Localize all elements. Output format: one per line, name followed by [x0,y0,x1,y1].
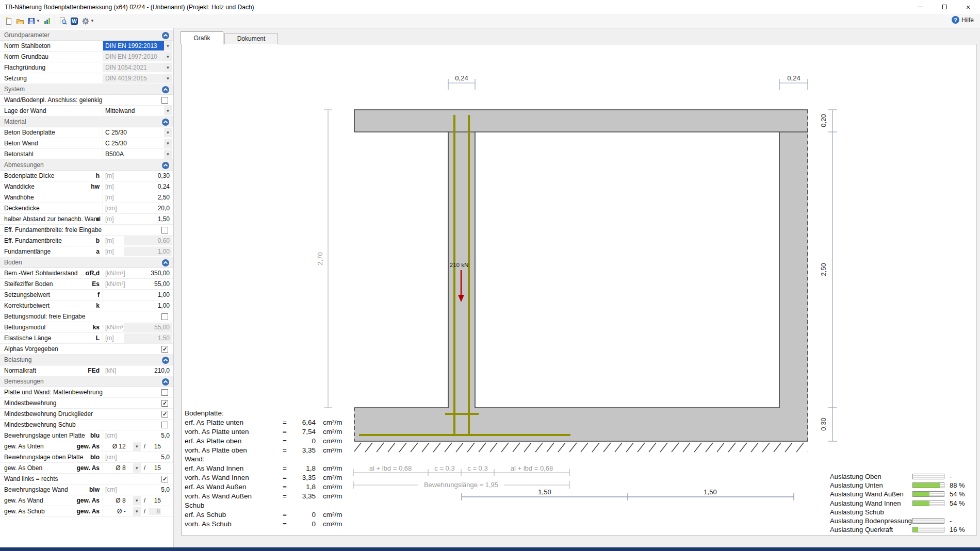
dropdown-caret[interactable]: ▼ [164,128,172,137]
section-header[interactable]: Grundparameter [0,30,173,41]
dropdown-caret[interactable]: ▼ [133,507,141,516]
dropdown-caret[interactable]: ▼ [164,41,172,51]
maximize-button[interactable] [933,0,956,14]
select-field[interactable]: C 25/30 [103,128,164,137]
graphics-canvas[interactable]: 210 kN 0,24 0,24 0,20 2,50 0,30 [182,44,976,536]
value-input[interactable]: 5,0 [124,431,172,440]
export-chart-button[interactable] [41,15,53,27]
select-field[interactable]: DIN EN 1997:2010 [103,52,164,61]
diameter-value[interactable]: Ø 8 [108,497,126,504]
checkbox[interactable] [161,389,168,396]
dropdown-caret[interactable]: ▼ [164,106,172,115]
collapse-icon[interactable] [162,86,169,93]
dropdown-caret[interactable]: ▼ [164,139,172,148]
open-file-button[interactable] [14,15,26,27]
tab-grafik[interactable]: Grafik [181,31,223,44]
spacing-value[interactable]: 8 [149,508,161,515]
collapse-icon[interactable] [162,259,169,266]
checkbox[interactable]: ✓ [161,346,168,353]
value-input[interactable]: 1,00 [124,247,172,256]
diameter-value[interactable]: Ø 12 [108,443,126,450]
value-input[interactable]: 55,00 [124,279,172,289]
structure-outlines [354,110,808,441]
new-document-button[interactable] [3,15,14,27]
dropdown-caret[interactable]: ▼ [164,63,172,72]
help-button[interactable]: ? Hilfe [952,16,974,24]
value-input[interactable]: 210,0 [124,366,172,375]
dropdown-caret[interactable]: ▼ [164,52,172,61]
value-input[interactable]: 1,50 [124,214,172,224]
unit-label: [m] [105,181,114,192]
save-button[interactable] [26,15,37,27]
section-header[interactable]: Belastung [0,355,173,365]
result-equals: = [283,464,294,472]
diameter-value[interactable]: Ø - [108,508,126,515]
collapse-icon[interactable] [162,119,169,126]
select-field[interactable]: DIN 4019:2015 [103,74,164,83]
param-row: Bodenplatte Dickeh[m]0,30 [0,171,173,181]
checkbox[interactable] [161,227,168,233]
value-input[interactable]: 1,50 [124,333,172,343]
diameter-value[interactable]: Ø 8 [108,464,126,472]
minimize-button[interactable] [909,0,933,14]
result-equals: = [283,492,294,500]
section-header[interactable]: Material [0,116,173,127]
param-label: gew. As Wand [4,495,43,506]
checkbox[interactable] [161,313,168,320]
result-value: 3,35 [294,474,316,481]
value-input[interactable]: 1,00 [124,290,172,299]
print-preview-button[interactable] [57,15,69,27]
value-input[interactable]: 0,24 [124,182,172,191]
value-input[interactable]: 0,60 [124,236,172,245]
dropdown-caret[interactable]: ▼ [164,74,172,83]
dropdown-caret[interactable]: ▼ [133,442,141,451]
utilization-row: Auslastung Wand Außen54 % [830,490,970,498]
select-field[interactable]: Mittelwand [103,106,164,115]
collapse-icon[interactable] [162,357,169,364]
section-header[interactable]: Bemessungen [0,376,173,387]
save-dropdown-caret[interactable]: ▼ [36,19,40,23]
collapse-icon[interactable] [162,378,169,386]
spacing-value[interactable]: 15 [149,497,161,504]
rebar-cell: Ø -▼/8 [103,506,173,516]
value-cell: DIN EN 1997:2010▼ [103,52,173,62]
result-line: Wand: [185,455,342,464]
dropdown-caret[interactable]: ▼ [133,496,141,505]
collapse-icon[interactable] [162,32,169,39]
checkbox[interactable]: ✓ [161,400,168,407]
collapse-icon[interactable] [162,162,169,169]
value-cell: 1,00 [103,300,173,311]
section-header[interactable]: System [0,84,173,95]
spacing-value[interactable]: 15 [149,464,161,472]
word-export-button[interactable]: W [69,15,80,27]
tab-bar: Grafik Dokument [181,31,278,44]
value-input[interactable]: 20,0 [124,204,172,213]
select-field[interactable]: C 25/30 [103,139,164,148]
section-header[interactable]: Boden [0,257,173,268]
settings-dropdown-caret[interactable]: ▼ [90,19,94,23]
dim-c-left-label: c = 0,3 [434,464,454,472]
checkbox[interactable]: ✓ [161,476,168,482]
value-input[interactable]: 55,00 [124,323,172,332]
settings-button[interactable] [80,15,91,27]
value-input[interactable]: 1,00 [124,301,172,310]
close-button[interactable]: × [956,0,980,14]
spacing-value[interactable]: 15 [149,443,161,450]
utilization-bar-fill [913,483,940,488]
checkbox[interactable]: ✓ [161,411,168,418]
value-input[interactable]: 5,0 [124,485,172,494]
tab-dokument[interactable]: Dokument [224,33,278,44]
value-input[interactable]: 5,0 [124,453,172,462]
value-input[interactable]: 0,30 [124,171,172,180]
section-header[interactable]: Abmessungen [0,160,173,171]
param-row: Platte und Wand: Mattenbewehrung [0,387,173,398]
select-field[interactable]: B500A [103,149,164,159]
select-field[interactable]: DIN EN 1992:2013 [103,41,164,51]
checkbox[interactable] [161,97,168,104]
select-field[interactable]: DIN 1054:2021 [103,63,164,72]
value-input[interactable]: 350,00 [124,269,172,278]
dropdown-caret[interactable]: ▼ [164,149,172,159]
checkbox[interactable] [161,422,168,428]
dropdown-caret[interactable]: ▼ [133,463,141,473]
value-input[interactable]: 2,50 [124,193,172,202]
